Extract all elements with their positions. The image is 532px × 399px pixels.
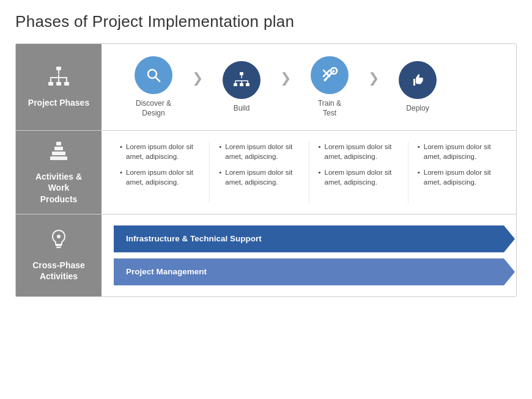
svg-rect-19 [248,81,249,83]
activity-col-1: Lorem ipsum dolor sit amet, adipiscing. … [111,142,209,203]
deploy-icon-circle [399,61,437,99]
cross-phase-label-text: Cross-PhaseActivities [32,260,85,282]
svg-rect-2 [56,82,61,86]
arrow-2: ❯ [280,70,291,86]
activities-label-cell: Activities &WorkProducts [16,131,102,214]
activity-3-1: Lorem ipsum dolor sit amet, adipiscing. [319,142,399,161]
phase-train: Train &Test [296,56,363,118]
mgmt-label: Project Management [126,267,207,276]
svg-rect-28 [52,152,65,155]
svg-line-11 [156,78,160,82]
phase-deploy: Deploy [384,61,451,114]
activity-col-4: Lorem ipsum dolor sit amet, adipiscing. … [408,142,507,203]
infra-label: Infrastructure & Technical Support [126,234,262,243]
mgmt-arrow-wrapper: Project Management [114,258,504,285]
activity-col-2: Lorem ipsum dolor sit amet, adipiscing. … [209,142,308,203]
svg-rect-31 [56,245,62,246]
stacked-blocks-icon [48,140,70,166]
svg-rect-6 [58,78,59,82]
infra-arrow-bar: Infrastructure & Technical Support [114,225,504,252]
activities-content: Lorem ipsum dolor sit amet, adipiscing. … [102,131,516,214]
svg-rect-13 [234,83,237,86]
org-chart-icon [48,66,70,92]
cross-phase-content: Infrastructure & Technical Support Proje… [102,214,516,296]
svg-rect-3 [64,82,69,86]
infra-arrow-wrapper: Infrastructure & Technical Support [114,225,504,252]
build-icon-circle [223,61,260,99]
implementation-table: Project Phases Discover &Design ❯ [15,43,517,297]
activity-col-3: Lorem ipsum dolor sit amet, adipiscing. … [309,142,408,203]
mgmt-arrow-bar: Project Management [114,258,504,285]
train-icon-circle [311,56,349,94]
svg-rect-15 [246,83,249,86]
activities-row: Activities &WorkProducts Lorem ipsum dol… [16,131,516,214]
activity-1-2: Lorem ipsum dolor sit amet, adipiscing. [120,167,200,187]
svg-rect-14 [240,83,243,86]
activity-2-2: Lorem ipsum dolor sit amet, adipiscing. [219,167,299,187]
svg-rect-12 [240,72,243,75]
svg-point-33 [57,235,61,238]
svg-rect-20 [235,80,249,81]
svg-rect-5 [50,78,51,82]
svg-rect-30 [56,142,61,145]
project-phases-label-cell: Project Phases [16,44,102,130]
svg-rect-29 [54,147,63,150]
activities-label-text: Activities &WorkProducts [35,171,82,205]
svg-rect-18 [242,81,243,83]
arrow-1: ❯ [192,70,203,86]
svg-rect-16 [242,75,243,78]
svg-point-24 [333,70,335,73]
phase-discover: Discover &Design [120,56,187,118]
activity-4-2: Lorem ipsum dolor sit amet, adipiscing. [418,167,498,187]
deploy-label: Deploy [406,104,429,114]
svg-rect-7 [66,78,67,82]
build-label: Build [234,104,250,114]
lightbulb-icon [49,229,68,255]
discover-icon-circle [135,56,172,94]
cross-phase-row: Cross-PhaseActivities Infrastructure & T… [16,214,516,296]
svg-rect-27 [50,156,67,160]
svg-rect-8 [50,77,67,78]
page-title: Phases of Project Implementation plan [15,12,517,31]
svg-rect-17 [235,81,237,83]
activity-1-1: Lorem ipsum dolor sit amet, adipiscing. [120,142,200,161]
svg-rect-4 [58,70,59,74]
phases-content: Discover &Design ❯ [102,44,516,130]
phase-build: Build [208,61,275,114]
project-phases-label-text: Project Phases [28,97,89,108]
svg-rect-32 [56,247,61,248]
activity-4-1: Lorem ipsum dolor sit amet, adipiscing. [418,142,498,161]
svg-rect-0 [56,67,61,70]
train-label: Train &Test [318,99,341,118]
cross-phase-label-cell: Cross-PhaseActivities [16,214,102,296]
activity-3-2: Lorem ipsum dolor sit amet, adipiscing. [319,167,399,187]
project-phases-row: Project Phases Discover &Design ❯ [16,44,516,131]
discover-label: Discover &Design [136,99,171,118]
svg-rect-9 [58,75,59,77]
arrow-3: ❯ [368,70,379,86]
activity-2-1: Lorem ipsum dolor sit amet, adipiscing. [219,142,299,161]
svg-rect-1 [48,82,53,86]
